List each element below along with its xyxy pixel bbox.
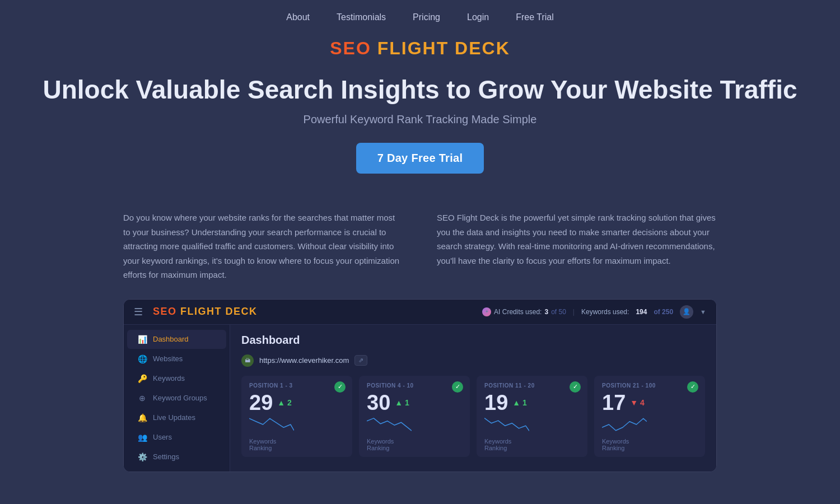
card-number: 30 ▲ 1 bbox=[367, 392, 462, 413]
card-number: 29 ▲ 2 bbox=[249, 392, 344, 413]
card-check-icon: ✓ bbox=[334, 381, 346, 393]
nav-about[interactable]: About bbox=[286, 12, 310, 22]
card-check-icon: ✓ bbox=[687, 381, 698, 393]
sidebar-item-live-updates[interactable]: 🔔 Live Updates bbox=[127, 408, 226, 427]
website-bar: 🏔 https://www.cleverhiker.com ⇗ bbox=[241, 354, 705, 367]
logo-flight: FLIGHT bbox=[377, 38, 449, 58]
card-sub-label: KeywordsRanking bbox=[602, 438, 697, 451]
sparkline-chart bbox=[484, 416, 529, 433]
description-section: Do you know where your website ranks for… bbox=[56, 190, 784, 299]
dashboard-mockup: ☰ SEO FLIGHT DECK ✦ AI Credits used: 3 o… bbox=[123, 299, 717, 472]
main-nav: About Testimonials Pricing Login Free Tr… bbox=[0, 0, 840, 32]
sidebar-item-users[interactable]: 👥 Users bbox=[127, 428, 226, 447]
position-card-1: POSITION 1 - 3 ✓ 29 ▲ 2 KeywordsRanking bbox=[241, 376, 352, 457]
hamburger-icon[interactable]: ☰ bbox=[134, 306, 143, 318]
website-url[interactable]: https://www.cleverhiker.com bbox=[259, 356, 349, 365]
sidebar: 📊 Dashboard 🌐 Websites 🔑 Keywords ⊕ Keyw… bbox=[124, 325, 230, 472]
nav-testimonials[interactable]: Testimonials bbox=[337, 12, 386, 22]
description-left: Do you know where your website ranks for… bbox=[123, 211, 403, 282]
position-card-3: POSITION 11 - 20 ✓ 19 ▲ 1 KeywordsRankin… bbox=[477, 376, 587, 457]
topbar-right: ✦ AI Credits used: 3 of 50 | Keywords us… bbox=[482, 305, 706, 319]
sparkline-chart bbox=[367, 416, 412, 433]
card-sub-label: KeywordsRanking bbox=[367, 438, 462, 451]
main-content: Dashboard 🏔 https://www.cleverhiker.com … bbox=[230, 325, 716, 472]
sidebar-item-keyword-groups[interactable]: ⊕ Keyword Groups bbox=[127, 389, 226, 408]
settings-icon: ⚙️ bbox=[137, 452, 147, 461]
hero-subheadline: Powerful Keyword Rank Tracking Made Simp… bbox=[0, 113, 840, 126]
position-card-2: POSITION 4 - 10 ✓ 30 ▲ 1 KeywordsRanking bbox=[359, 376, 470, 457]
nav-free-trial[interactable]: Free Trial bbox=[516, 12, 554, 22]
position-card-4: POSITION 21 - 100 ✓ 17 ▼ 4 KeywordsRanki… bbox=[594, 376, 705, 457]
hero-headline: Unlock Valuable Search Insights to Grow … bbox=[0, 74, 840, 105]
dropdown-icon[interactable]: ▼ bbox=[700, 309, 706, 315]
card-sub-label: KeywordsRanking bbox=[249, 438, 344, 451]
sidebar-item-settings[interactable]: ⚙️ Settings bbox=[127, 447, 226, 466]
mockup-logo: SEO FLIGHT DECK bbox=[153, 306, 258, 318]
card-delta: ▲ 1 bbox=[512, 399, 527, 407]
nav-login[interactable]: Login bbox=[467, 12, 489, 22]
nav-pricing[interactable]: Pricing bbox=[413, 12, 440, 22]
card-delta: ▲ 2 bbox=[277, 399, 292, 407]
sidebar-item-dashboard[interactable]: 📊 Dashboard bbox=[127, 330, 226, 349]
keywords-icon: 🔑 bbox=[137, 374, 147, 383]
sparkline-chart bbox=[602, 416, 647, 433]
dashboard-title: Dashboard bbox=[241, 334, 705, 347]
keyword-groups-icon: ⊕ bbox=[137, 394, 147, 403]
external-link-icon[interactable]: ⇗ bbox=[354, 355, 367, 366]
card-delta: ▼ 4 bbox=[630, 399, 645, 407]
website-favicon: 🏔 bbox=[241, 354, 254, 367]
ai-icon: ✦ bbox=[482, 307, 491, 316]
hero-logo: SEO FLIGHT DECK bbox=[0, 38, 840, 59]
dashboard-icon: 📊 bbox=[137, 335, 147, 344]
sidebar-item-websites[interactable]: 🌐 Websites bbox=[127, 349, 226, 368]
card-position-label: POSITION 1 - 3 bbox=[249, 382, 344, 389]
websites-icon: 🌐 bbox=[137, 354, 147, 363]
sparkline-chart bbox=[249, 416, 294, 433]
user-avatar-icon[interactable]: 👤 bbox=[680, 305, 693, 319]
card-check-icon: ✓ bbox=[452, 381, 463, 393]
description-right: SEO Flight Deck is the powerful yet simp… bbox=[437, 211, 717, 282]
card-number: 17 ▼ 4 bbox=[602, 392, 697, 413]
card-number: 19 ▲ 1 bbox=[484, 392, 580, 413]
mockup-body: 📊 Dashboard 🌐 Websites 🔑 Keywords ⊕ Keyw… bbox=[124, 325, 716, 472]
card-position-label: POSITION 21 - 100 bbox=[602, 382, 697, 389]
sidebar-item-keywords[interactable]: 🔑 Keywords bbox=[127, 369, 226, 388]
position-cards: POSITION 1 - 3 ✓ 29 ▲ 2 KeywordsRanking … bbox=[241, 376, 705, 457]
mockup-wrapper: ☰ SEO FLIGHT DECK ✦ AI Credits used: 3 o… bbox=[56, 299, 784, 494]
ai-credits-section: ✦ AI Credits used: 3 of 50 bbox=[482, 307, 566, 316]
logo-deck: DECK bbox=[455, 38, 510, 58]
logo-seo: SEO bbox=[330, 38, 371, 58]
hero-section: SEO FLIGHT DECK Unlock Valuable Search I… bbox=[0, 32, 840, 190]
live-updates-icon: 🔔 bbox=[137, 413, 147, 422]
card-check-icon: ✓ bbox=[570, 381, 581, 393]
card-position-label: POSITION 4 - 10 bbox=[367, 382, 462, 389]
card-position-label: POSITION 11 - 20 bbox=[484, 382, 580, 389]
card-sub-label: KeywordsRanking bbox=[484, 438, 580, 451]
card-delta: ▲ 1 bbox=[395, 399, 409, 407]
users-icon: 👥 bbox=[137, 433, 147, 442]
mockup-topbar: ☰ SEO FLIGHT DECK ✦ AI Credits used: 3 o… bbox=[124, 300, 716, 325]
cta-button[interactable]: 7 Day Free Trial bbox=[356, 143, 484, 174]
